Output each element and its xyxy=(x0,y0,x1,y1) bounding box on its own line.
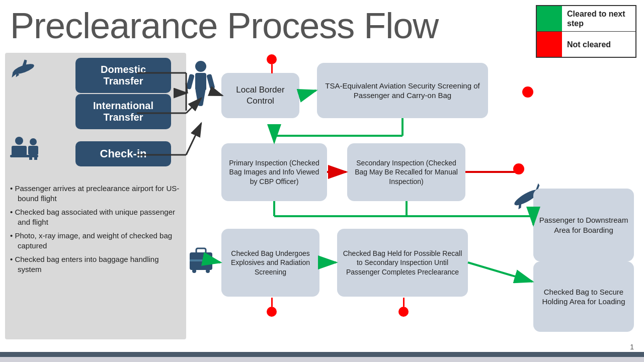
svg-rect-12 xyxy=(195,73,206,90)
legend-red-box xyxy=(537,32,562,57)
svg-rect-21 xyxy=(190,259,212,261)
checkin-box: Check-in xyxy=(40,137,171,171)
svg-line-36 xyxy=(186,123,201,155)
bag-loading-box: Checked Bag to Secure Holding Area for L… xyxy=(533,261,634,332)
legend-cleared-row: Cleared to next step xyxy=(537,6,635,32)
red-dot-secondary xyxy=(513,163,524,174)
svg-rect-9 xyxy=(29,155,32,160)
legend-cleared-label: Cleared to next step xyxy=(562,6,635,31)
svg-rect-5 xyxy=(12,146,27,156)
svg-line-50 xyxy=(468,262,532,282)
passenger-person-icon xyxy=(187,60,215,116)
svg-rect-18 xyxy=(196,248,206,253)
bullet-3: Photo, x-ray image, and weight of checke… xyxy=(10,231,184,250)
legend-green-box xyxy=(537,6,562,31)
legend-notcleared-row: Not cleared xyxy=(537,32,635,57)
airplane-arrival-icon xyxy=(9,58,39,83)
primary-inspection-box: Primary Inspection (Checked Bag Images a… xyxy=(221,143,327,201)
page-number: 1 xyxy=(630,343,634,351)
passenger-boarding-box: Passenger to Downstream Area for Boardin… xyxy=(533,189,634,261)
international-transfer-box: International Transfer xyxy=(40,94,171,133)
bag-held-box: Checked Bag Held for Possible Recall to … xyxy=(337,229,468,297)
svg-rect-10 xyxy=(34,155,37,160)
svg-rect-16 xyxy=(206,74,215,90)
bullet-list: Passenger arrives at preclearance airpor… xyxy=(8,184,184,278)
red-dot-tsa xyxy=(522,86,533,98)
svg-point-7 xyxy=(30,138,37,145)
svg-point-4 xyxy=(15,137,23,145)
tsa-screening-box: TSA-Equivalent Aviation Security Screeni… xyxy=(317,63,488,118)
legend-notcleared-label: Not cleared xyxy=(562,37,616,52)
svg-point-11 xyxy=(195,61,206,72)
svg-rect-15 xyxy=(187,74,195,90)
red-pin-bag-held xyxy=(398,298,409,317)
red-pin-local-border xyxy=(267,54,277,73)
red-pin-bag-screening xyxy=(267,298,277,317)
svg-rect-6 xyxy=(10,155,38,157)
legend-box: Cleared to next step Not cleared xyxy=(536,5,636,58)
left-panel: Domestic Transfer International Transfer… xyxy=(5,53,186,339)
svg-point-19 xyxy=(192,269,196,273)
local-border-control-box: Local Border Control xyxy=(221,73,299,118)
svg-line-48 xyxy=(215,261,220,262)
bullet-1: Passenger arrives at preclearance airpor… xyxy=(10,184,184,203)
bullet-2: Checked bag associated with unique passe… xyxy=(10,207,184,227)
secondary-inspection-box: Secondary Inspection (Checked Bag May Be… xyxy=(347,143,465,201)
svg-point-20 xyxy=(206,269,210,273)
svg-rect-8 xyxy=(28,146,38,155)
page-title: Preclearance Process Flow xyxy=(10,5,438,46)
svg-line-38 xyxy=(299,90,316,96)
slide-footer xyxy=(0,352,644,357)
luggage-icon xyxy=(187,246,215,274)
bullet-4: Checked bag enters into baggage handling… xyxy=(10,254,184,274)
checkin-desk-icon xyxy=(9,136,39,163)
bag-screening-box: Checked Bag Undergoes Explosives and Rad… xyxy=(221,229,319,297)
domestic-transfer-box: Domestic Transfer xyxy=(40,58,171,97)
